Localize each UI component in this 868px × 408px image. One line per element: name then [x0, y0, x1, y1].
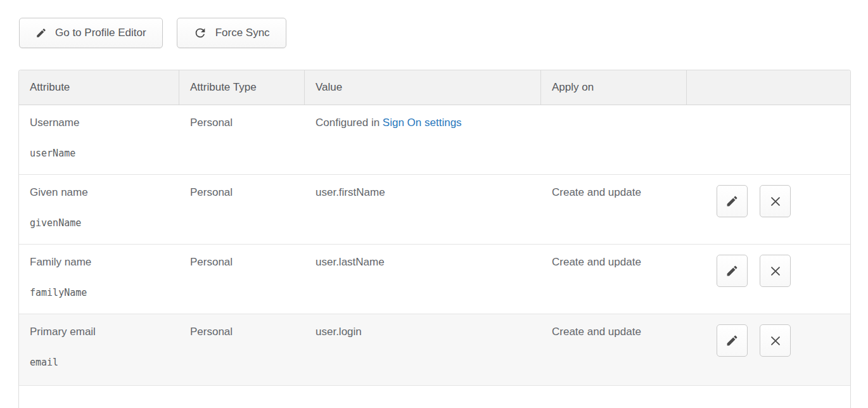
- attribute-type-text: Personal: [190, 117, 233, 129]
- delete-attribute-button[interactable]: [760, 255, 791, 287]
- column-header-apply-on: Apply on: [541, 70, 687, 105]
- value-cell: user.firstName: [305, 175, 541, 244]
- close-icon: [769, 264, 782, 278]
- attribute-variable: familyName: [30, 286, 179, 300]
- attribute-cell: Family name familyName: [19, 245, 179, 314]
- force-sync-label: Force Sync: [215, 27, 270, 39]
- attribute-type-text: Personal: [190, 256, 233, 268]
- apply-on-cell: Create and update: [541, 175, 687, 244]
- apply-on-text: Create and update: [552, 186, 641, 198]
- attribute-cell: Username userName: [19, 105, 179, 174]
- column-header-attribute: Attribute: [19, 70, 179, 105]
- column-header-attribute-type: Attribute Type: [179, 70, 305, 105]
- attribute-variable: email: [30, 356, 179, 369]
- table-row: Family name familyName Personal user.las…: [19, 245, 850, 314]
- attribute-variable: givenName: [30, 217, 179, 230]
- attribute-cell: Primary email email: [19, 314, 179, 385]
- attribute-type-cell: Personal: [179, 245, 305, 314]
- attribute-label: Family name: [30, 255, 179, 269]
- refresh-icon: [193, 26, 207, 40]
- attribute-type-cell: Personal: [179, 175, 305, 244]
- toolbar: Go to Profile Editor Force Sync: [19, 18, 286, 48]
- row-actions: [687, 314, 850, 385]
- apply-on-text: Create and update: [552, 256, 641, 268]
- value-cell: user.lastName: [305, 245, 541, 314]
- table-row: Given name givenName Personal user.first…: [19, 175, 850, 245]
- value-text: Configured in: [316, 117, 383, 129]
- value-text: user.login: [316, 326, 362, 338]
- attribute-label: Given name: [30, 186, 179, 199]
- attribute-type-cell: Personal: [179, 314, 305, 385]
- go-to-profile-editor-button[interactable]: Go to Profile Editor: [19, 18, 163, 48]
- delete-attribute-button[interactable]: [760, 185, 791, 217]
- attribute-variable: userName: [30, 147, 179, 160]
- row-actions: [687, 245, 850, 314]
- apply-on-cell: Create and update: [541, 314, 687, 385]
- apply-on-text: Create and update: [552, 326, 641, 338]
- apply-on-cell: Create and update: [541, 245, 687, 314]
- value-text: user.lastName: [316, 256, 385, 268]
- attribute-label: Primary email: [30, 325, 179, 338]
- delete-attribute-button[interactable]: [760, 324, 791, 357]
- attribute-cell: Given name givenName: [19, 175, 179, 244]
- table-row: Username userName Personal Configured in…: [19, 105, 850, 175]
- value-text: user.firstName: [316, 186, 385, 198]
- table-row: Primary email email Personal user.login …: [19, 314, 850, 386]
- apply-on-cell: [541, 105, 687, 174]
- edit-attribute-button[interactable]: [717, 324, 748, 357]
- table-row-partial: [19, 386, 850, 408]
- column-header-value: Value: [305, 70, 541, 105]
- force-sync-button[interactable]: Force Sync: [177, 18, 286, 48]
- edit-attribute-button[interactable]: [717, 185, 748, 217]
- pencil-icon: [725, 264, 739, 277]
- value-cell: Configured in Sign On settings: [305, 105, 541, 174]
- pencil-icon: [725, 334, 739, 347]
- close-icon: [769, 194, 782, 208]
- pencil-icon: [725, 194, 739, 208]
- attribute-type-text: Personal: [190, 186, 233, 198]
- attribute-label: Username: [30, 116, 179, 129]
- table-body: Username userName Personal Configured in…: [19, 105, 850, 386]
- table-header: Attribute Attribute Type Value Apply on: [19, 70, 850, 105]
- sign-on-settings-link[interactable]: Sign On settings: [383, 117, 462, 129]
- edit-attribute-button[interactable]: [717, 255, 748, 287]
- attribute-type-text: Personal: [190, 326, 233, 338]
- close-icon: [769, 334, 782, 348]
- column-header-actions: [687, 70, 850, 105]
- go-to-profile-editor-label: Go to Profile Editor: [55, 27, 146, 39]
- value-cell: user.login: [305, 314, 541, 385]
- pencil-icon: [35, 27, 47, 39]
- attribute-type-cell: Personal: [179, 105, 305, 174]
- attributes-table: Attribute Attribute Type Value Apply on …: [18, 70, 851, 408]
- row-actions: [687, 175, 850, 244]
